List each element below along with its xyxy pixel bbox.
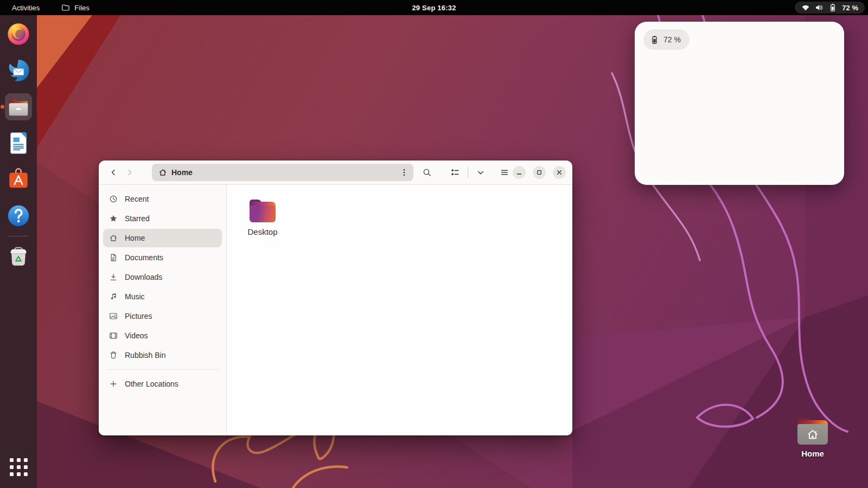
videos-icon bbox=[109, 331, 118, 340]
top-bar-left: Activities Files bbox=[8, 2, 94, 14]
wifi-icon bbox=[801, 3, 810, 12]
thunderbird bbox=[6, 58, 31, 83]
dock-item-thunderbird[interactable] bbox=[5, 57, 32, 84]
sidebar-item-starred[interactable]: Starred bbox=[103, 209, 222, 228]
list-view-button[interactable] bbox=[447, 164, 463, 181]
dock-item-help[interactable] bbox=[5, 202, 32, 229]
sidebar-item-home[interactable]: Home bbox=[103, 229, 222, 247]
sidebar-item-recent[interactable]: Recent bbox=[103, 190, 222, 208]
volume-icon bbox=[815, 3, 824, 12]
folder-icon bbox=[250, 202, 276, 222]
sidebar-item-label: Music bbox=[125, 292, 145, 301]
battery-percent: 72 % bbox=[842, 4, 858, 12]
app-menu-files[interactable]: Files bbox=[57, 2, 93, 14]
sidebar: RecentStarredHomeDocumentsDownloadsMusic… bbox=[99, 185, 227, 435]
software bbox=[6, 167, 31, 192]
minimize-icon bbox=[515, 169, 523, 176]
app-grid-icon bbox=[10, 458, 28, 476]
activities-button[interactable]: Activities bbox=[8, 2, 44, 14]
dock-divider bbox=[8, 236, 29, 236]
sidebar-item-label: Recent bbox=[125, 195, 149, 203]
recent-icon bbox=[109, 195, 118, 203]
home-icon bbox=[158, 168, 167, 177]
folder-desktop[interactable]: Desktop bbox=[235, 199, 290, 247]
search-button[interactable] bbox=[419, 164, 435, 181]
window-body: RecentStarredHomeDocumentsDownloadsMusic… bbox=[99, 185, 572, 435]
battery-icon bbox=[828, 3, 837, 12]
chevron-down-icon bbox=[476, 168, 485, 177]
path-bar[interactable]: Home bbox=[152, 164, 413, 181]
downloads-icon bbox=[109, 273, 118, 281]
dock bbox=[0, 15, 37, 488]
sidebar-item-downloads[interactable]: Downloads bbox=[103, 268, 222, 286]
dock-item-ubuntu-software[interactable] bbox=[5, 166, 32, 193]
back-button[interactable] bbox=[105, 164, 122, 181]
desktop-home-shortcut[interactable]: Home bbox=[793, 418, 832, 458]
trash-dock bbox=[6, 244, 31, 269]
path-label: Home bbox=[171, 168, 193, 177]
system-status-area[interactable]: 72 % bbox=[795, 2, 865, 14]
star-icon bbox=[109, 214, 118, 223]
dock-item-rubbish-bin[interactable] bbox=[5, 243, 32, 270]
music-icon bbox=[109, 292, 118, 301]
home-glyph-icon bbox=[806, 427, 820, 441]
maximize-icon bbox=[535, 169, 543, 176]
path-menu-button[interactable] bbox=[396, 165, 412, 180]
sidebar-item-pictures[interactable]: Pictures bbox=[103, 307, 222, 325]
quick-settings-panel: 72 % bbox=[635, 22, 844, 185]
chevron-left-icon bbox=[109, 168, 118, 177]
plus-icon bbox=[109, 380, 118, 388]
files-app-icon bbox=[61, 3, 70, 12]
folder-label: Desktop bbox=[247, 227, 277, 236]
writer bbox=[6, 131, 31, 156]
dock-item-firefox[interactable] bbox=[5, 21, 32, 48]
desktop-shortcut-label: Home bbox=[801, 449, 824, 458]
folder-front bbox=[250, 206, 276, 222]
main-menu-button[interactable] bbox=[496, 164, 513, 181]
battery-icon bbox=[650, 35, 659, 44]
sidebar-item-label: Downloads bbox=[125, 273, 162, 281]
firefox bbox=[6, 22, 31, 47]
sidebar-item-label: Documents bbox=[125, 253, 163, 262]
quick-settings-header: 72 % bbox=[643, 29, 835, 50]
sidebar-item-label: Other Locations bbox=[125, 380, 178, 388]
sidebar-item-music[interactable]: Music bbox=[103, 287, 222, 306]
sidebar-item-label: Videos bbox=[125, 331, 148, 340]
sidebar-item-label: Home bbox=[125, 234, 145, 242]
hamburger-icon bbox=[500, 168, 509, 177]
app-menu-label: Files bbox=[74, 4, 89, 12]
chevron-right-icon bbox=[125, 168, 134, 177]
file-grid: Desktop bbox=[227, 185, 572, 435]
help bbox=[6, 203, 31, 228]
forward-button[interactable] bbox=[122, 164, 138, 181]
home-icon bbox=[109, 234, 118, 242]
view-dropdown-button[interactable] bbox=[473, 164, 489, 181]
minimize-button[interactable] bbox=[513, 166, 526, 179]
window-controls bbox=[513, 166, 566, 179]
files bbox=[6, 94, 31, 119]
search-icon bbox=[423, 168, 431, 177]
sidebar-divider bbox=[106, 369, 219, 370]
sidebar-item-rubbish-bin[interactable]: Rubbish Bin bbox=[103, 346, 222, 364]
sidebar-item-other-locations[interactable]: Other Locations bbox=[103, 375, 222, 393]
dock-item-libreoffice-writer[interactable] bbox=[5, 130, 32, 157]
home-folder-icon bbox=[797, 420, 828, 445]
sidebar-item-label: Starred bbox=[125, 214, 150, 223]
sidebar-item-documents[interactable]: Documents bbox=[103, 248, 222, 267]
show-applications-button[interactable] bbox=[5, 453, 32, 480]
battery-status: 72 % bbox=[643, 29, 690, 50]
maximize-button[interactable] bbox=[533, 166, 546, 179]
close-button[interactable] bbox=[553, 166, 566, 179]
dock-item-files[interactable] bbox=[5, 93, 32, 120]
battery-percent-label: 72 % bbox=[663, 35, 681, 44]
headerbar: Home bbox=[99, 160, 572, 185]
clock[interactable]: 29 Sep 16:32 bbox=[407, 0, 460, 15]
pictures-icon bbox=[109, 312, 118, 320]
kebab-icon bbox=[400, 168, 409, 177]
sidebar-item-videos[interactable]: Videos bbox=[103, 326, 222, 345]
view-separator bbox=[468, 167, 468, 178]
top-bar: Activities Files 29 Sep 16:32 72 % bbox=[0, 0, 868, 15]
list-view-icon bbox=[451, 168, 459, 177]
view-options bbox=[447, 164, 489, 181]
sidebar-item-label: Pictures bbox=[125, 312, 152, 320]
